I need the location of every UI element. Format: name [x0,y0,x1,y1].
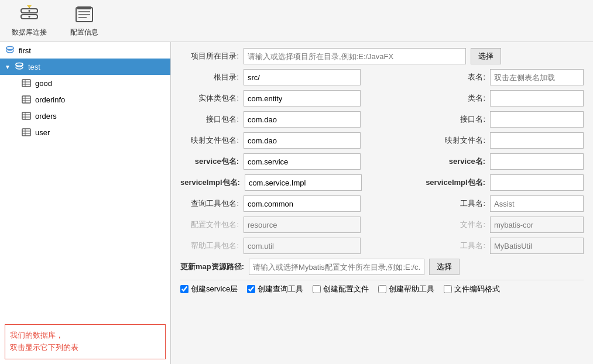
svg-marker-3 [27,5,32,8]
checkbox-create-service-input[interactable] [180,285,188,293]
class-name-input[interactable] [490,90,584,107]
mapper-name-input[interactable] [490,132,584,149]
helper-pkg-input[interactable] [244,238,361,254]
map-resource-input[interactable] [249,259,424,275]
checkbox-create-config-input[interactable] [313,285,321,293]
service-name-label: service名: [427,156,485,167]
db-icon-test [14,61,25,72]
sidebar-item-orderinfo-label: orderinfo [35,95,65,104]
config-icon [74,4,95,25]
checkbox-create-helper[interactable]: 创建帮助工具 [378,284,434,294]
tree-container: first ▼ test [0,42,170,320]
table-icon-good [21,78,32,88]
project-dir-select-btn[interactable]: 选择 [471,48,501,64]
toolbar: 数据库连接 配置信息 [0,0,593,42]
serviceimpl-name-label: serviceImpl包名: [426,177,485,188]
root-dir-row: 根目录: 表名: [180,69,584,85]
svg-rect-10 [77,6,91,9]
table-name-input[interactable] [490,69,584,85]
table-icon-orderinfo [21,94,32,105]
helper-pkg-row: 帮助工具包名: 工具名: [180,238,584,254]
root-dir-label: 根目录: [180,72,239,83]
checkbox-row: 创建service层 创建查询工具 创建配置文件 创建帮助工具 文件编码格式 [180,280,584,298]
serviceimpl-pkg-row: serviceImpl包名: serviceImpl包名: [180,174,584,191]
sidebar-item-first-label: first [19,46,31,55]
config-file-pkg-input[interactable] [244,217,361,233]
mapper-pkg-label: 映射文件包名: [180,135,239,146]
checkbox-create-service[interactable]: 创建service层 [180,284,238,294]
project-dir-input[interactable] [244,48,466,64]
project-dir-row: 项目所在目录: 选择 [180,48,584,64]
hint-box: 我们的数据库，双击显示它下列的表 [5,324,166,359]
root-dir-input[interactable] [244,69,361,85]
checkbox-create-config[interactable]: 创建配置文件 [313,284,369,294]
sidebar-item-orderinfo[interactable]: orderinfo [0,91,170,108]
checkbox-file-encoding[interactable]: 文件编码格式 [444,284,500,294]
sidebar-item-test[interactable]: ▼ test [0,59,170,75]
checkbox-create-helper-label: 创建帮助工具 [389,284,434,294]
sidebar: first ▼ test [0,42,171,364]
svg-rect-17 [22,96,30,103]
serviceimpl-pkg-label: serviceImpl包名: [180,177,240,188]
db-connect-icon [19,4,40,25]
service-pkg-input[interactable] [244,153,361,170]
serviceimpl-name-input[interactable] [490,174,584,191]
main-layout: first ▼ test [0,42,593,364]
sidebar-item-test-label: test [28,63,40,71]
svg-rect-25 [22,129,30,136]
db-icon-first [5,45,15,56]
helper-tool-name-label: 工具名: [427,241,485,251]
query-tool-pkg-label: 查询工具包名: [180,198,239,209]
tool-name-label: 工具名: [427,198,485,209]
helper-tool-name-input[interactable] [490,238,584,254]
toolbar-db-connect[interactable]: 数据库连接 [12,4,47,37]
checkbox-create-query-tool[interactable]: 创建查询工具 [247,284,303,294]
service-name-input[interactable] [490,153,584,170]
mapper-pkg-input[interactable] [244,132,361,149]
serviceimpl-pkg-input[interactable] [245,174,362,191]
checkbox-create-helper-input[interactable] [378,285,386,293]
sidebar-item-orders[interactable]: orders [0,108,170,124]
checkbox-file-encoding-label: 文件编码格式 [454,284,500,294]
sidebar-item-orders-label: orders [35,112,57,121]
map-resource-select-btn[interactable]: 选择 [429,259,460,275]
service-pkg-row: service包名: service名: [180,153,584,170]
mapper-name-label: 映射文件名: [427,135,485,146]
query-tool-pkg-input[interactable] [244,195,361,212]
checkbox-create-query-tool-label: 创建查询工具 [258,284,303,294]
toolbar-db-connect-label: 数据库连接 [12,28,47,37]
interface-name-input[interactable] [490,111,584,128]
service-pkg-label: service包名: [180,156,239,167]
entity-pkg-label: 实体类包名: [180,93,239,104]
interface-name-label: 接口名: [427,114,485,125]
table-name-label: 表名: [427,72,485,83]
toolbar-config-info[interactable]: 配置信息 [70,4,98,37]
sidebar-item-first[interactable]: first [0,42,170,59]
right-panel: 项目所在目录: 选择 根目录: 表名: 实体类包名: 类名: 接口包名: 接口名… [171,42,593,364]
sidebar-item-user[interactable]: user [0,124,170,140]
tool-name-input[interactable] [490,195,584,212]
table-icon-orders [21,111,32,121]
mapper-pkg-row: 映射文件包名: 映射文件名: [180,132,584,149]
sidebar-item-user-label: user [35,128,50,137]
helper-pkg-label: 帮助工具包名: [180,241,239,251]
query-tool-row: 查询工具包名: 工具名: [180,195,584,212]
svg-rect-13 [22,80,30,87]
map-resource-label: 更新map资源路径: [180,262,244,272]
project-dir-label: 项目所在目录: [180,51,239,61]
checkbox-file-encoding-input[interactable] [444,285,452,293]
class-name-label: 类名: [427,93,485,104]
entity-pkg-input[interactable] [244,90,361,107]
dao-pkg-row: 接口包名: 接口名: [180,111,584,128]
file-name-label: 文件名: [427,219,485,230]
svg-point-12 [16,63,23,66]
entity-pkg-row: 实体类包名: 类名: [180,90,584,107]
map-resource-row: 更新map资源路径: 选择 [180,259,584,275]
table-icon-user [21,127,32,138]
checkbox-create-config-label: 创建配置文件 [323,284,369,294]
dao-pkg-input[interactable] [244,111,361,128]
file-name-input[interactable] [490,217,584,233]
hint-text: 我们的数据库，双击显示它下列的表 [10,331,78,352]
checkbox-create-query-tool-input[interactable] [247,285,255,293]
sidebar-item-good[interactable]: good [0,75,170,91]
